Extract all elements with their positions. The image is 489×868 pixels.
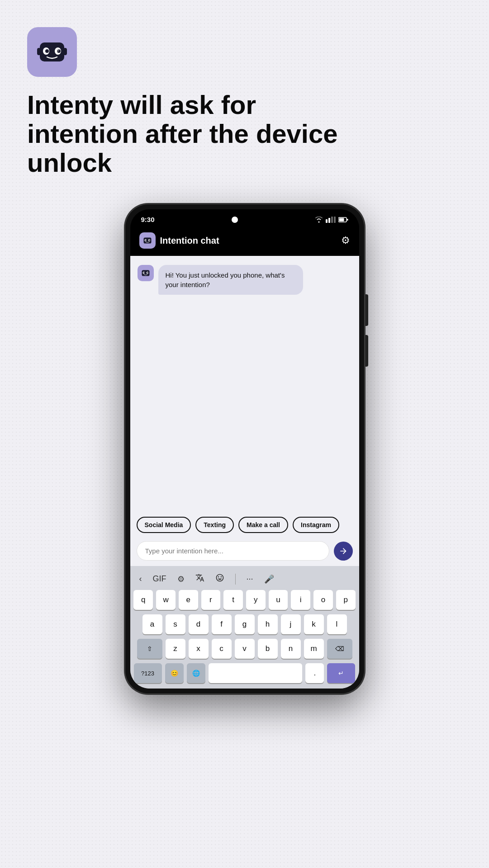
key-row-3: ⇧ z x c v b n m ⌫ xyxy=(134,639,356,659)
key-q[interactable]: q xyxy=(133,590,153,610)
phone-mockup-container: 9:30 xyxy=(27,204,462,694)
keyboard-mic-btn[interactable]: 🎤 xyxy=(262,572,276,586)
svg-rect-6 xyxy=(63,48,67,55)
camera-dot xyxy=(232,217,238,223)
key-emoji[interactable]: 😊 xyxy=(165,663,184,683)
svg-rect-10 xyxy=(347,219,348,221)
keyboard: ‹ GIF ⚙ xyxy=(130,566,359,689)
key-backspace[interactable]: ⌫ xyxy=(327,639,352,659)
bottom-section: Social Media Texting Make a call Instagr… xyxy=(130,512,359,689)
app-icon xyxy=(27,27,77,77)
key-x[interactable]: x xyxy=(189,639,209,659)
key-c[interactable]: c xyxy=(212,639,232,659)
keyboard-emoji-panel-btn[interactable] xyxy=(214,571,226,586)
keyboard-toolbar: ‹ GIF ⚙ xyxy=(132,570,357,590)
key-t[interactable]: t xyxy=(223,590,243,610)
key-n[interactable]: n xyxy=(281,639,301,659)
suggestion-texting[interactable]: Texting xyxy=(195,517,234,533)
chat-area: Hi! You just unlocked you phone, what's … xyxy=(130,256,359,512)
keyboard-back-btn[interactable]: ‹ xyxy=(138,572,144,585)
key-j[interactable]: j xyxy=(281,614,301,634)
key-v[interactable]: v xyxy=(235,639,255,659)
keyboard-separator xyxy=(235,574,236,585)
header-title: Intention chat xyxy=(160,236,219,246)
status-time: 9:30 xyxy=(141,216,155,223)
input-bar xyxy=(130,538,359,566)
app-header: Intention chat ⚙ xyxy=(130,227,359,256)
key-i[interactable]: i xyxy=(291,590,310,610)
key-123[interactable]: ?123 xyxy=(134,663,162,683)
suggestion-social-media[interactable]: Social Media xyxy=(137,517,191,533)
key-s[interactable]: s xyxy=(166,614,185,634)
phone-screen: 9:30 xyxy=(130,209,359,689)
app-header-left: Intention chat xyxy=(139,232,219,249)
wifi-icon xyxy=(315,217,323,223)
key-g[interactable]: g xyxy=(235,614,255,634)
keyboard-translate-btn[interactable] xyxy=(194,571,206,586)
keyboard-gif-btn[interactable]: GIF xyxy=(151,572,168,585)
key-period[interactable]: . xyxy=(305,663,324,683)
signal-icon xyxy=(326,217,336,223)
keyboard-rows: q w e r t y u i o p xyxy=(132,590,357,687)
key-z[interactable]: z xyxy=(166,639,185,659)
key-d[interactable]: d xyxy=(189,614,209,634)
key-w[interactable]: w xyxy=(156,590,176,610)
key-p[interactable]: p xyxy=(336,590,356,610)
status-bar: 9:30 xyxy=(130,209,359,227)
key-m[interactable]: m xyxy=(304,639,324,659)
key-y[interactable]: y xyxy=(246,590,266,610)
svg-point-15 xyxy=(149,240,150,241)
key-r[interactable]: r xyxy=(201,590,221,610)
svg-point-20 xyxy=(147,273,148,274)
svg-rect-9 xyxy=(339,218,344,221)
status-icons xyxy=(315,217,348,223)
svg-point-14 xyxy=(145,240,147,241)
key-f[interactable]: f xyxy=(212,614,232,634)
battery-icon xyxy=(338,217,348,222)
key-enter[interactable]: ↵ xyxy=(327,663,355,683)
key-shift[interactable]: ⇧ xyxy=(137,639,162,659)
suggestion-instagram[interactable]: Instagram xyxy=(293,517,339,533)
keyboard-more-btn[interactable]: ··· xyxy=(245,572,255,585)
key-row-2: a s d f g h j k l xyxy=(134,614,356,634)
key-u[interactable]: u xyxy=(269,590,288,610)
settings-icon[interactable]: ⚙ xyxy=(341,235,350,246)
chat-avatar xyxy=(138,265,154,281)
headline: Intenty will ask for intention after the… xyxy=(27,90,344,177)
page-wrapper: Intenty will ask for intention after the… xyxy=(0,0,489,694)
key-e[interactable]: e xyxy=(179,590,198,610)
key-row-4: ?123 😊 🌐 . ↵ xyxy=(134,663,356,687)
key-space[interactable] xyxy=(209,663,302,683)
key-l[interactable]: l xyxy=(327,614,347,634)
chat-bubble: Hi! You just unlocked you phone, what's … xyxy=(158,265,303,295)
key-a[interactable]: a xyxy=(142,614,162,634)
key-h[interactable]: h xyxy=(258,614,278,634)
key-row-1: q w e r t y u i o p xyxy=(134,590,356,610)
svg-rect-5 xyxy=(37,48,41,55)
key-b[interactable]: b xyxy=(258,639,278,659)
key-globe[interactable]: 🌐 xyxy=(187,663,205,683)
key-k[interactable]: k xyxy=(304,614,324,634)
chat-message-row: Hi! You just unlocked you phone, what's … xyxy=(138,265,352,295)
suggestion-make-call[interactable]: Make a call xyxy=(238,517,288,533)
keyboard-settings-btn[interactable]: ⚙ xyxy=(176,572,186,586)
phone-outer: 9:30 xyxy=(125,204,365,694)
key-o[interactable]: o xyxy=(313,590,333,610)
header-app-icon xyxy=(139,232,156,249)
svg-point-19 xyxy=(143,273,145,274)
svg-point-3 xyxy=(45,49,49,53)
send-button[interactable] xyxy=(334,542,353,561)
suggestions-row: Social Media Texting Make a call Instagr… xyxy=(130,512,359,538)
intention-input[interactable] xyxy=(137,541,329,561)
